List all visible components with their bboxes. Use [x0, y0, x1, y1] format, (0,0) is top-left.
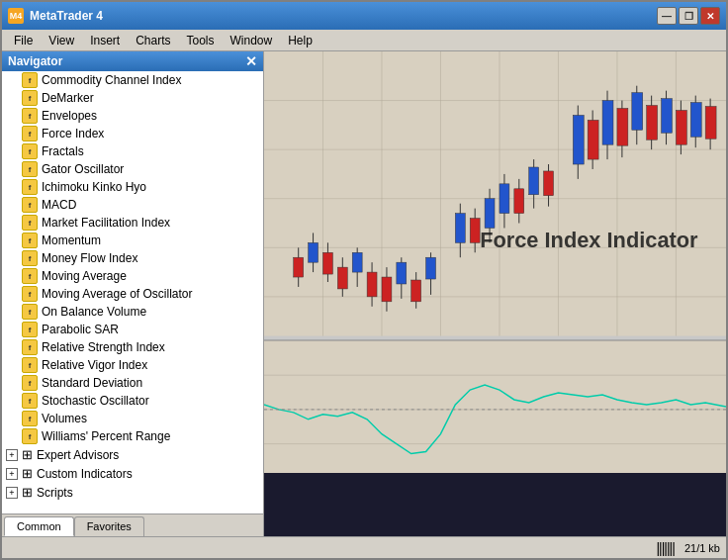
- svg-rect-25: [367, 272, 377, 297]
- indicator-icon: f: [22, 357, 38, 373]
- list-item[interactable]: f Relative Strength Index: [2, 338, 263, 356]
- menu-tools[interactable]: Tools: [179, 32, 223, 49]
- navigator-title: Navigator: [8, 54, 62, 68]
- list-item[interactable]: f Commodity Channel Index: [2, 71, 263, 89]
- indicator-label: Fractals: [42, 144, 84, 158]
- maximize-button[interactable]: ❐: [679, 7, 698, 25]
- list-item[interactable]: f Moving Average: [2, 267, 263, 285]
- status-info: 21/1 kb: [684, 542, 720, 554]
- indicator-label: Momentum: [42, 233, 101, 247]
- menu-charts[interactable]: Charts: [128, 32, 178, 49]
- svg-rect-1: [264, 51, 726, 336]
- list-item[interactable]: f On Balance Volume: [2, 303, 263, 321]
- svg-rect-23: [352, 252, 362, 272]
- svg-rect-59: [647, 106, 658, 140]
- status-bar: ||||||| 21/1 kb: [2, 536, 726, 558]
- indicator-label: Money Flow Index: [42, 251, 137, 265]
- list-item[interactable]: f Relative Vigor Index: [2, 356, 263, 374]
- indicator-icon: f: [22, 250, 38, 266]
- custom-indicators-section[interactable]: + ⊞ Custom Indicators: [2, 464, 263, 483]
- title-bar-controls: — ❐ ✕: [657, 7, 720, 25]
- list-item[interactable]: f Volumes: [2, 410, 263, 427]
- svg-rect-27: [382, 277, 392, 302]
- list-item[interactable]: f Envelopes: [2, 107, 263, 125]
- svg-rect-57: [632, 93, 643, 131]
- menu-file[interactable]: File: [6, 32, 41, 49]
- indicator-label: Market Facilitation Index: [42, 216, 170, 230]
- svg-rect-17: [309, 242, 318, 262]
- menu-view[interactable]: View: [41, 32, 82, 49]
- navigator-content[interactable]: f Commodity Channel Index f DeMarker f E…: [2, 71, 263, 513]
- svg-rect-43: [514, 189, 524, 214]
- status-bars: |||||||: [656, 540, 674, 556]
- expand-icon[interactable]: +: [6, 449, 18, 461]
- window-title: MetaTrader 4: [30, 9, 103, 23]
- svg-rect-45: [529, 167, 539, 195]
- indicator-label: On Balance Volume: [42, 305, 146, 319]
- list-item[interactable]: f Stochastic Oscillator: [2, 392, 263, 410]
- chart-svg: Force Index Indicator: [264, 51, 726, 473]
- list-item[interactable]: f Force Index: [2, 125, 263, 142]
- indicator-icon: f: [22, 72, 38, 88]
- svg-rect-29: [397, 262, 407, 284]
- svg-rect-65: [690, 103, 701, 138]
- svg-rect-47: [544, 171, 554, 196]
- list-item[interactable]: f Momentum: [2, 232, 263, 249]
- indicator-icon: f: [22, 375, 38, 391]
- list-item[interactable]: f DeMarker: [2, 89, 263, 107]
- navigator-panel: Navigator ✕ f Commodity Channel Index f …: [2, 51, 264, 536]
- chart-area: Force Index Indicator: [264, 51, 726, 536]
- svg-rect-21: [337, 267, 347, 289]
- title-bar-left: M4 MetaTrader 4: [8, 8, 103, 24]
- indicator-icon: f: [22, 428, 38, 444]
- indicator-icon: f: [22, 90, 38, 106]
- indicator-icon: f: [22, 233, 38, 248]
- scripts-section[interactable]: + ⊞ Scripts: [2, 483, 263, 502]
- indicator-icon: f: [22, 411, 38, 426]
- list-item[interactable]: f Standard Deviation: [2, 374, 263, 392]
- svg-rect-19: [322, 252, 332, 274]
- indicator-label: Gator Oscillator: [42, 162, 124, 176]
- tab-common[interactable]: Common: [4, 516, 74, 536]
- expert-advisors-section[interactable]: + ⊞ Expert Advisors: [2, 445, 263, 464]
- tab-favorites[interactable]: Favorites: [74, 516, 144, 536]
- list-item[interactable]: f Market Facilitation Index: [2, 214, 263, 232]
- menu-help[interactable]: Help: [280, 32, 320, 49]
- status-text: 21/1 kb: [684, 542, 720, 554]
- indicator-icon: f: [22, 339, 38, 355]
- expand-icon[interactable]: +: [6, 468, 18, 480]
- indicator-label: Volumes: [42, 412, 87, 425]
- svg-text:Force Index Indicator: Force Index Indicator: [480, 228, 698, 252]
- indicator-label: Relative Vigor Index: [42, 358, 147, 372]
- bars-icon: |||||||: [656, 540, 674, 556]
- title-bar: M4 MetaTrader 4 — ❐ ✕: [2, 2, 726, 30]
- indicator-label: Relative Strength Index: [42, 340, 165, 354]
- svg-rect-67: [705, 107, 716, 140]
- expert-advisors-label: Expert Advisors: [37, 448, 119, 462]
- list-item[interactable]: f Moving Average of Oscillator: [2, 285, 263, 303]
- menu-window[interactable]: Window: [223, 32, 281, 49]
- indicator-icon: f: [22, 304, 38, 320]
- list-item[interactable]: f MACD: [2, 196, 263, 214]
- list-item[interactable]: f Gator Oscillator: [2, 160, 263, 178]
- list-item[interactable]: f Williams' Percent Range: [2, 427, 263, 445]
- indicator-label: Parabolic SAR: [42, 323, 119, 336]
- navigator-close-button[interactable]: ✕: [245, 54, 257, 68]
- expand-icon[interactable]: +: [6, 487, 18, 499]
- close-button[interactable]: ✕: [700, 7, 720, 25]
- list-item[interactable]: f Parabolic SAR: [2, 321, 263, 338]
- indicator-icon: f: [22, 197, 38, 213]
- list-item[interactable]: f Ichimoku Kinko Hyo: [2, 178, 263, 196]
- indicator-icon: f: [22, 268, 38, 284]
- list-item[interactable]: f Fractals: [2, 142, 263, 160]
- indicator-label: Williams' Percent Range: [42, 429, 170, 443]
- svg-rect-51: [588, 120, 598, 159]
- menu-insert[interactable]: Insert: [82, 32, 128, 49]
- indicator-icon: f: [22, 215, 38, 231]
- indicator-label: Envelopes: [42, 109, 97, 123]
- custom-indicators-label: Custom Indicators: [37, 467, 133, 481]
- list-item[interactable]: f Money Flow Index: [2, 249, 263, 267]
- svg-rect-55: [617, 109, 628, 146]
- svg-rect-63: [676, 110, 686, 144]
- minimize-button[interactable]: —: [657, 7, 677, 25]
